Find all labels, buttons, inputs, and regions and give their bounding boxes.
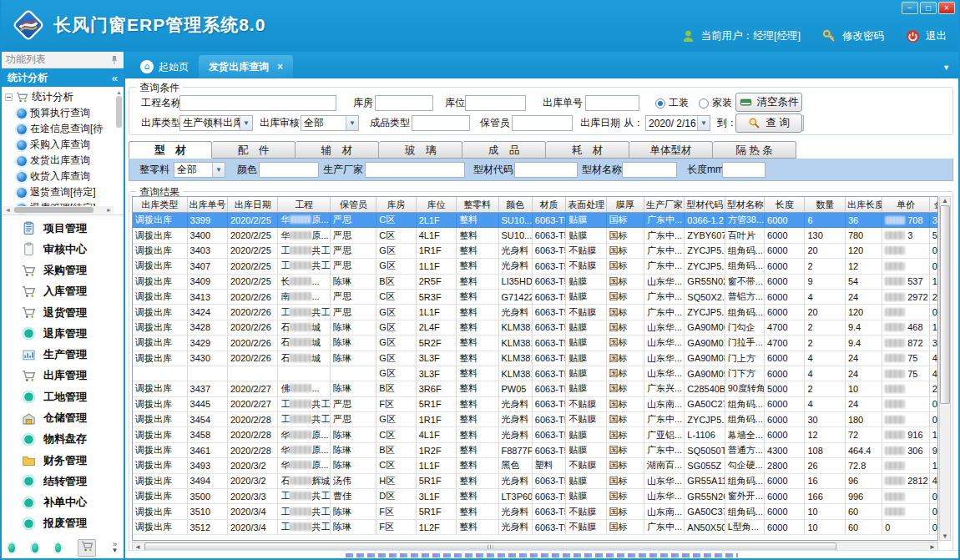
table-row[interactable]: 调拨出库34282020/2/26石城陈琳G区2L4F整料KLM38176063… (133, 320, 938, 335)
cart-module-button[interactable] (78, 539, 96, 557)
module-dot-icon[interactable] (8, 543, 15, 552)
column-header[interactable]: 颜色 (499, 197, 533, 213)
column-header[interactable]: 金 (930, 197, 938, 213)
table-row[interactable]: 调拨出库34002020/2/25华原...严思C区4L1F整料SU10...6… (133, 228, 938, 243)
length-input[interactable] (722, 162, 765, 178)
table-row[interactable]: 调拨出库34072020/2/25工共工程严思G区1L1F整料光身料6063-T… (133, 259, 938, 274)
table-row[interactable]: 调拨出库34302020/2/26石城陈琳G区3L3F整料KLM38176063… (133, 351, 938, 366)
sidebar-item-仓储管理[interactable]: 仓储管理 (2, 407, 124, 428)
tree-vertical-scrollbar[interactable]: ▲ (115, 89, 123, 204)
scrollbar-thumb[interactable] (940, 205, 950, 404)
scroll-up-icon[interactable]: ▲ (942, 197, 948, 204)
scroll-up-icon[interactable]: ▲ (116, 89, 122, 95)
column-header[interactable]: 膜厚 (607, 197, 644, 213)
material-tab-4[interactable]: 玻 璃 (379, 141, 462, 159)
location-input[interactable] (465, 95, 526, 111)
tree-item[interactable]: 收货入库查询 (5, 169, 114, 184)
table-row[interactable]: G区3L3F整料KLM38176063-T5贴膜国标山东华...GA90M09.… (133, 366, 938, 381)
tree-item[interactable]: 发货出库查询 (5, 153, 114, 169)
sidebar-item-项目管理[interactable]: 项目管理 (2, 218, 124, 239)
logout-link[interactable]: 退出 (926, 29, 947, 43)
table-row[interactable]: 调拨出库34132020/2/26南...严思C区5R3F整料G71422606… (133, 290, 938, 305)
column-header[interactable]: 型材名称 (725, 197, 765, 213)
table-row[interactable]: 调拨出库34452020/2/27工共工程严思F区5R1F整料光身料6063-T… (133, 397, 938, 412)
manufacturer-input[interactable] (365, 162, 465, 178)
radio-jiazhuang[interactable]: 家装 (699, 95, 732, 111)
sidebar-item-出库管理[interactable]: 出库管理 (2, 366, 124, 386)
scroll-down-icon[interactable]: ▼ (942, 532, 948, 540)
table-row[interactable]: 调拨出库34542020/2/28工共工程严思G区1R1F整料光身料6063-T… (133, 412, 938, 427)
audit-select[interactable]: 全部▼ (301, 115, 359, 131)
column-header[interactable]: 数量 (805, 197, 845, 213)
maximize-button[interactable]: □ (920, 2, 937, 14)
close-button[interactable]: × (938, 2, 955, 14)
tree-horizontal-scrollbar[interactable]: ◄ ► (3, 206, 114, 214)
zhengliao-select[interactable]: 全部▼ (174, 162, 225, 178)
results-vertical-scrollbar[interactable]: ▲ ▼ (939, 196, 951, 541)
table-row[interactable]: 调拨出库33992020/2/25华原...严思C区2L1F整料SU10...6… (133, 213, 938, 228)
sidebar-item-入库管理[interactable]: 入库管理 (2, 281, 124, 302)
table-row[interactable]: 调拨出库34372020/2/27佛...陈琳B区3R6F整料PW056063-… (133, 381, 938, 396)
scroll-left-icon[interactable]: ◄ (3, 207, 13, 213)
order-no-input[interactable] (585, 95, 639, 111)
scrollbar-thumb[interactable] (116, 96, 122, 128)
section-header-stats[interactable]: 统计分析 « (2, 68, 124, 87)
product-type-input[interactable] (412, 115, 470, 131)
profile-name-input[interactable] (622, 162, 677, 178)
sidebar-item-补单中心[interactable]: 补单中心 (2, 492, 124, 512)
change-password-link[interactable]: 修改密码 (842, 29, 884, 43)
tree-expander-icon[interactable] (5, 93, 13, 101)
table-row[interactable]: 调拨出库34292020/2/26石城陈琳G区5R2F整料KLM38176063… (133, 335, 938, 351)
scroll-right-icon[interactable]: ► (104, 207, 114, 213)
search-button[interactable]: 查 询 (735, 114, 802, 133)
sidebar-item-工地管理[interactable]: 工地管理 (2, 386, 124, 407)
tree-item[interactable]: 在途信息查询[待 (5, 121, 114, 137)
table-row[interactable]: 调拨出库34612020/2/28华原...陈琳B区1R2F整料F8877FT6… (133, 443, 938, 458)
material-tab-1[interactable]: 型 材 (129, 141, 212, 159)
sidebar-item-财务管理[interactable]: 财务管理 (2, 450, 124, 471)
out-type-select[interactable]: 生产领料出库▼ (179, 115, 253, 131)
sidebar-item-退库管理[interactable]: 退库管理 (2, 323, 124, 344)
table-row[interactable]: 调拨出库34242020/2/26工共工程严思G区1L1F整料光身料6063-T… (133, 305, 938, 320)
sidebar-item-退货管理[interactable]: 退货管理 (2, 302, 124, 323)
tree-item[interactable]: 采购入库查询 (5, 137, 114, 153)
column-header[interactable]: 工程 (278, 197, 331, 213)
tree-item[interactable]: 退货查询[待定] (5, 184, 114, 200)
scrollbar-thumb[interactable] (14, 207, 93, 213)
project-name-input[interactable] (179, 95, 336, 111)
sidebar-item-生产管理[interactable]: 生产管理 (2, 345, 124, 366)
material-tab-5[interactable]: 成 品 (462, 141, 546, 159)
column-header[interactable]: 单价 (882, 197, 929, 213)
date-from-select[interactable]: 2020/ 2/16▼ (645, 115, 710, 131)
table-row[interactable]: 调拨出库34092020/2/25长...陈琳B区2R5F整料LI35HD606… (133, 275, 938, 290)
column-header[interactable]: 库房 (376, 197, 416, 213)
column-header[interactable]: 保管员 (331, 197, 376, 213)
tab-start-page[interactable]: ⌂ 起始页 (130, 55, 199, 78)
column-header[interactable]: 出库日期 (228, 197, 278, 213)
warehouse-input[interactable] (375, 95, 433, 111)
material-tab-8[interactable]: 隔 热 条 (713, 141, 796, 159)
minimize-button[interactable]: − (902, 2, 918, 14)
sidebar-item-报废管理[interactable]: 报废管理 (2, 513, 124, 534)
sidebar-item-审核中心[interactable]: 审核中心 (2, 239, 124, 260)
table-row[interactable]: 调拨出库35122020/3/4工共工程陈琳F区1L2F整料光身料6063-T5… (133, 520, 938, 535)
table-row[interactable]: 调拨出库34942020/3/2石辉城汤伟H区5R1F整料光身料6063-T5贴… (133, 474, 938, 489)
column-header[interactable]: 整零料 (457, 197, 498, 213)
keeper-input[interactable] (512, 115, 573, 131)
table-row[interactable]: 调拨出库35102020/3/4工共工程陈琳F区5R1F整料光身料6063-T5… (133, 504, 938, 519)
column-header[interactable]: 材质 (533, 197, 566, 213)
material-tab-3[interactable]: 辅 材 (296, 141, 379, 159)
column-header[interactable]: 表面处理 (566, 197, 606, 213)
table-row[interactable]: 调拨出库35002020/3/3工共工程曹佳D区3L1F整料LT3P606063… (133, 489, 938, 504)
table-row[interactable]: 调拨出库34932020/3/2华原...陈琳C区1L1F整料黑色塑料不贴膜国标… (133, 458, 938, 473)
module-dot-icon[interactable] (55, 543, 62, 552)
sidebar-item-结转管理[interactable]: 结转管理 (2, 471, 124, 492)
module-dot-icon[interactable] (32, 543, 38, 552)
tree-root-stats[interactable]: 统计分析 (5, 89, 114, 105)
more-modules-button[interactable]: » ▾ (113, 542, 117, 553)
material-tab-6[interactable]: 耗 材 (546, 141, 629, 159)
tree-item[interactable]: 预算执行查询 (5, 105, 114, 121)
column-header[interactable]: 出库长度 (846, 197, 882, 213)
radio-gongzhuang[interactable]: 工装 (655, 95, 689, 111)
column-header[interactable]: 长度 (765, 197, 805, 213)
